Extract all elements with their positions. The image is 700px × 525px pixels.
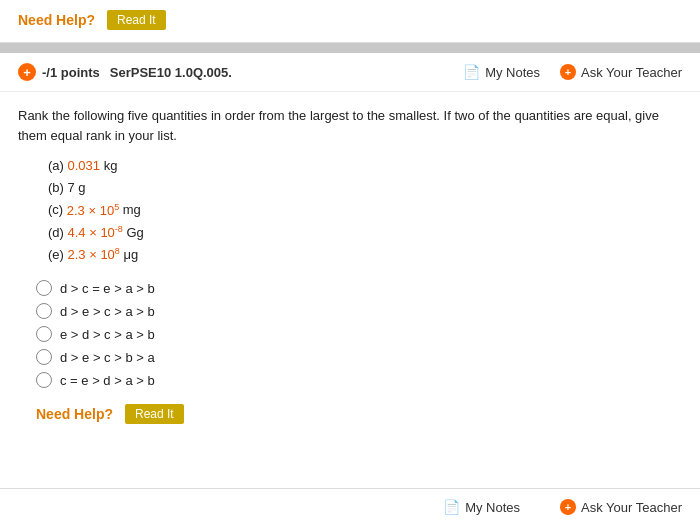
list-item: (a) 0.031 kg bbox=[48, 155, 682, 177]
footer-ask-teacher-button[interactable]: + Ask Your Teacher bbox=[560, 499, 682, 515]
quantities-list: (a) 0.031 kg (b) 7 g (c) 2.3 × 105 mg (d… bbox=[18, 155, 682, 266]
footer-notes-icon: 📄 bbox=[443, 499, 460, 515]
read-it-button-bottom[interactable]: Read It bbox=[125, 404, 184, 424]
quantity-label-b: (b) 7 g bbox=[48, 180, 86, 195]
footer-ask-teacher-icon: + bbox=[560, 499, 576, 515]
option-text-3: e > d > c > a > b bbox=[60, 327, 155, 342]
quantity-unit-a: kg bbox=[100, 158, 117, 173]
radio-option-5[interactable]: c = e > d > a > b bbox=[36, 372, 682, 388]
question-text: Rank the following five quantities in or… bbox=[18, 106, 682, 145]
option-text-2: d > e > c > a > b bbox=[60, 304, 155, 319]
ask-teacher-label: Ask Your Teacher bbox=[581, 65, 682, 80]
need-help-label: Need Help? bbox=[18, 12, 95, 28]
list-item: (e) 2.3 × 108 μg bbox=[48, 244, 682, 266]
option-text-5: c = e > d > a > b bbox=[60, 373, 155, 388]
points-badge: + -/1 points SerPSE10 1.0Q.005. bbox=[18, 63, 232, 81]
ask-teacher-button[interactable]: + Ask Your Teacher bbox=[560, 64, 682, 80]
quantity-label-d: (d) bbox=[48, 225, 68, 240]
ask-teacher-icon: + bbox=[560, 64, 576, 80]
quantity-unit-d: Gg bbox=[123, 225, 144, 240]
radio-circle-3[interactable] bbox=[36, 326, 52, 342]
radio-option-3[interactable]: e > d > c > a > b bbox=[36, 326, 682, 342]
quantity-label-e: (e) bbox=[48, 247, 68, 262]
radio-option-2[interactable]: d > e > c > a > b bbox=[36, 303, 682, 319]
quantity-label-c: (c) bbox=[48, 203, 67, 218]
footer-my-notes-button[interactable]: 📄 My Notes bbox=[443, 499, 520, 515]
need-help-label-bottom: Need Help? bbox=[36, 406, 113, 422]
question-body: Rank the following five quantities in or… bbox=[0, 92, 700, 452]
my-notes-button[interactable]: 📄 My Notes bbox=[463, 64, 540, 80]
main-container: Need Help? Read It + -/1 points SerPSE10… bbox=[0, 0, 700, 525]
radio-circle-2[interactable] bbox=[36, 303, 52, 319]
option-text-4: d > e > c > b > a bbox=[60, 350, 155, 365]
quantity-value-a: 0.031 bbox=[68, 158, 101, 173]
quantity-unit-e: μg bbox=[120, 247, 138, 262]
radio-circle-4[interactable] bbox=[36, 349, 52, 365]
list-item: (b) 7 g bbox=[48, 177, 682, 199]
question-section: + -/1 points SerPSE10 1.0Q.005. 📄 My Not… bbox=[0, 53, 700, 488]
radio-option-1[interactable]: d > c = e > a > b bbox=[36, 280, 682, 296]
footer-my-notes-label: My Notes bbox=[465, 500, 520, 515]
footer-bar: 📄 My Notes + Ask Your Teacher bbox=[0, 488, 700, 525]
question-id: SerPSE10 1.0Q.005. bbox=[110, 65, 232, 80]
plus-minus-icon: + bbox=[18, 63, 36, 81]
radio-option-4[interactable]: d > e > c > b > a bbox=[36, 349, 682, 365]
radio-circle-1[interactable] bbox=[36, 280, 52, 296]
footer-ask-teacher-label: Ask Your Teacher bbox=[581, 500, 682, 515]
list-item: (d) 4.4 × 10-8 Gg bbox=[48, 222, 682, 244]
radio-options: d > c = e > a > b d > e > c > a > b e > … bbox=[18, 280, 682, 388]
question-header: + -/1 points SerPSE10 1.0Q.005. 📄 My Not… bbox=[0, 53, 700, 92]
top-need-help-bar: Need Help? Read It bbox=[0, 0, 700, 43]
quantity-unit-c: mg bbox=[119, 203, 141, 218]
read-it-button-top[interactable]: Read It bbox=[107, 10, 166, 30]
list-item: (c) 2.3 × 105 mg bbox=[48, 199, 682, 221]
radio-circle-5[interactable] bbox=[36, 372, 52, 388]
quantity-value-e: 2.3 × 108 bbox=[68, 247, 120, 262]
option-text-1: d > c = e > a > b bbox=[60, 281, 155, 296]
points-text: -/1 points bbox=[42, 65, 100, 80]
quantity-label-a: (a) bbox=[48, 158, 68, 173]
notes-icon: 📄 bbox=[463, 64, 480, 80]
quantity-value-d: 4.4 × 10-8 bbox=[68, 225, 123, 240]
bottom-need-help-bar: Need Help? Read It bbox=[18, 404, 682, 438]
my-notes-label: My Notes bbox=[485, 65, 540, 80]
quantity-value-c: 2.3 × 105 bbox=[67, 203, 119, 218]
